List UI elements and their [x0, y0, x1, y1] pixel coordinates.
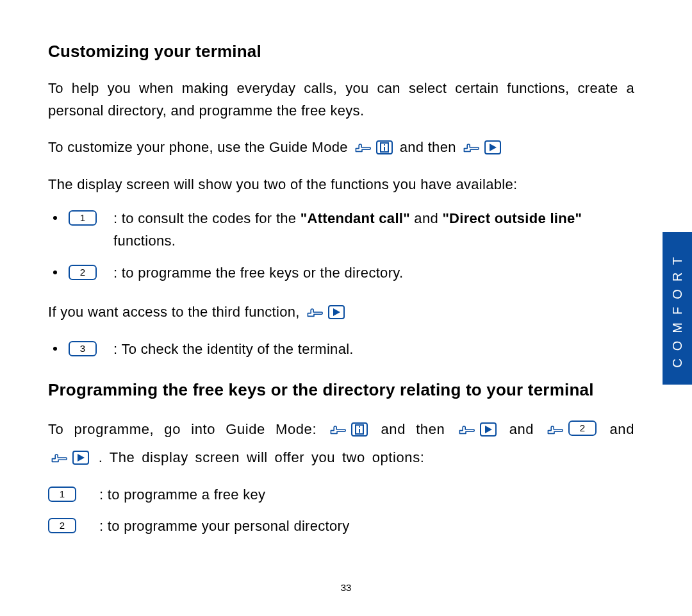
text-fragment: and [610, 421, 635, 437]
page-number: 33 [0, 582, 692, 593]
text-fragment: and then [400, 139, 456, 155]
text-fragment: : to consult the codes for the [113, 210, 301, 226]
text-fragment: and [410, 210, 442, 226]
intro-paragraph: To help you when making everyday calls, … [48, 77, 634, 122]
bullet-icon [53, 271, 57, 274]
text-fragment: : to programme your personal directory [99, 515, 349, 537]
guide-mode-line: To customize your phone, use the Guide M… [48, 133, 634, 162]
programming-paragraph: To programme, go into Guide Mode: and th… [48, 415, 634, 472]
press-next-icon [306, 304, 345, 320]
key-1-icon: 1 [69, 210, 97, 226]
press-next-icon [463, 140, 501, 155]
bold-text: "Direct outside line" [442, 210, 582, 226]
info-key-icon [376, 140, 393, 154]
press-info-icon [354, 140, 393, 155]
text-fragment: To customize your phone, use the Guide M… [48, 139, 348, 155]
hand-point-icon [329, 422, 350, 437]
svg-rect-1 [384, 144, 385, 146]
key-1-icon: 1 [48, 487, 76, 502]
next-key-icon [328, 305, 345, 319]
section-tab-comfort: COMFORT [663, 232, 692, 385]
hand-point-icon [547, 422, 567, 437]
heading-programming: Programming the free keys or the directo… [48, 377, 634, 404]
function-list: 1 : to consult the codes for the "Attend… [48, 207, 634, 284]
list-item: 3 : To check the identity of the termina… [48, 338, 634, 360]
svg-marker-9 [78, 454, 85, 462]
section-tab-label: COMFORT [670, 249, 685, 368]
svg-marker-4 [333, 308, 340, 316]
svg-rect-2 [384, 147, 385, 151]
text-fragment: . The display screen will offer you two … [99, 449, 425, 465]
options-list: 1 : to programme a free key 2 : to progr… [48, 483, 634, 537]
text-fragment: If you want access to the third function… [48, 304, 300, 320]
hand-point-icon [306, 304, 327, 320]
bold-text: "Attendant call" [301, 210, 410, 226]
key-2-icon: 2 [48, 518, 76, 533]
hand-point-icon [463, 140, 483, 155]
hand-point-icon [458, 422, 479, 437]
key-2-icon: 2 [568, 420, 597, 436]
text-fragment: To programme, go into Guide Mode: [48, 421, 317, 437]
text-fragment: : To check the identity of the terminal. [113, 338, 634, 360]
svg-marker-8 [485, 426, 492, 433]
text-fragment: : to programme a free key [99, 483, 265, 506]
list-item: 1 : to programme a free key [48, 483, 634, 506]
heading-customizing: Customizing your terminal [48, 38, 634, 65]
third-function-line: If you want access to the third function… [48, 298, 634, 326]
function-list-2: 3 : To check the identity of the termina… [48, 338, 634, 360]
list-item: 1 : to consult the codes for the "Attend… [48, 207, 634, 252]
svg-rect-6 [359, 426, 360, 428]
next-key-icon [72, 451, 89, 465]
next-key-icon [480, 422, 497, 437]
key-2-icon: 2 [69, 265, 97, 280]
hand-point-icon [354, 140, 375, 155]
text-fragment: and then [381, 421, 445, 437]
display-line: The display screen will show you two of … [48, 173, 634, 196]
press-info-icon [329, 422, 368, 437]
document-page: Customizing your terminal To help you wh… [0, 0, 692, 537]
list-item: 2 : to programme your personal directory [48, 515, 634, 537]
press-next-icon [458, 422, 497, 437]
text-fragment: : to programme the free keys or the dire… [113, 262, 634, 284]
text-fragment: functions. [113, 233, 176, 249]
info-key-icon [351, 422, 368, 437]
text-fragment: and [509, 421, 534, 437]
svg-rect-7 [359, 429, 360, 433]
next-key-icon [484, 140, 501, 154]
bullet-icon [53, 216, 57, 220]
press-next-icon [51, 450, 89, 465]
press-2-icon: 2 [547, 422, 597, 437]
svg-marker-3 [490, 144, 497, 151]
key-3-icon: 3 [69, 341, 97, 356]
hand-point-icon [51, 450, 71, 465]
list-item: 2 : to programme the free keys or the di… [48, 262, 634, 284]
bullet-icon [53, 347, 57, 351]
